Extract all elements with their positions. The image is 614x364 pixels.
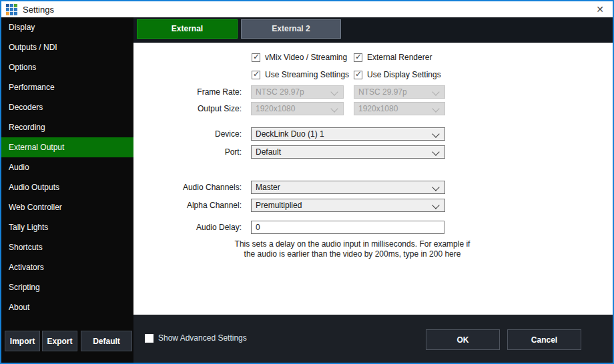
chevron-down-icon — [432, 105, 439, 112]
sidebar-item-decoders[interactable]: Decoders — [1, 97, 133, 117]
vmix-logo-icon — [6, 4, 17, 15]
frame-rate-value-2: NTSC 29.97p — [358, 87, 407, 97]
sidebar-item-tally-lights[interactable]: Tally Lights — [1, 217, 133, 237]
sidebar-item-activators[interactable]: Activators — [1, 257, 133, 277]
checkbox-external-renderer[interactable]: External Renderer — [354, 53, 432, 62]
port-label: Port: — [133, 145, 242, 159]
frame-rate-label: Frame Rate: — [133, 85, 242, 99]
audio-delay-label: Audio Delay: — [133, 221, 242, 234]
title-bar: Settings ✕ — [1, 1, 613, 17]
checkbox-use-display-settings[interactable]: Use Display Settings — [354, 70, 441, 79]
output-size-label: Output Size: — [133, 102, 242, 115]
device-value: DeckLink Duo (1) 1 — [256, 129, 324, 139]
sidebar-item-shortcuts[interactable]: Shortcuts — [1, 237, 133, 257]
sidebar-item-scripting[interactable]: Scripting — [1, 277, 133, 297]
sidebar-item-recording[interactable]: Recording — [1, 117, 133, 137]
checkbox-vmix-video-streaming[interactable]: vMix Video / Streaming — [252, 53, 347, 62]
chevron-down-icon — [432, 183, 439, 191]
device-label: Device: — [133, 127, 242, 141]
chevron-down-icon — [330, 105, 338, 112]
frame-rate-value-1: NTSC 29.97p — [256, 87, 304, 97]
checked-checkbox-icon — [354, 71, 362, 79]
sidebar-item-display[interactable]: Display — [1, 17, 133, 37]
checkbox-label: vMix Video / Streaming — [265, 53, 347, 62]
port-select[interactable]: Default — [251, 145, 445, 159]
chevron-down-icon — [432, 88, 439, 95]
ok-button[interactable]: OK — [426, 329, 500, 350]
frame-rate-select-1: NTSC 29.97p — [251, 85, 344, 99]
sidebar-item-performance[interactable]: Performance — [1, 77, 133, 97]
window-title: Settings — [23, 5, 54, 15]
import-button[interactable]: Import — [5, 331, 40, 351]
audio-channels-select[interactable]: Master — [251, 181, 445, 194]
tab-external-2[interactable]: External 2 — [241, 19, 341, 39]
audio-delay-help-text: This sets a delay on the audio input in … — [220, 239, 485, 259]
unchecked-checkbox-icon — [145, 334, 154, 343]
output-size-value-1: 1920x1080 — [256, 104, 295, 113]
sidebar-item-outputs-ndi[interactable]: Outputs / NDI — [1, 37, 133, 57]
checkbox-label: Use Streaming Settings — [265, 70, 349, 79]
checkbox-use-streaming-settings[interactable]: Use Streaming Settings — [252, 70, 349, 79]
output-size-select-1: 1920x1080 — [251, 102, 344, 115]
sidebar-item-audio[interactable]: Audio — [1, 157, 133, 177]
port-value: Default — [256, 147, 281, 157]
sidebar-item-web-controller[interactable]: Web Controller — [1, 197, 133, 217]
frame-rate-select-2: NTSC 29.97p — [354, 85, 445, 99]
cancel-button[interactable]: Cancel — [507, 329, 581, 350]
show-advanced-settings-checkbox[interactable]: Show Advanced Settings — [145, 333, 247, 343]
chevron-down-icon — [330, 88, 338, 95]
sidebar-item-external-output[interactable]: External Output — [1, 137, 133, 157]
output-size-value-2: 1920x1080 — [358, 104, 398, 113]
audio-channels-value: Master — [256, 183, 280, 192]
checkbox-label: External Renderer — [367, 53, 432, 62]
show-advanced-settings-label: Show Advanced Settings — [158, 333, 247, 343]
device-select[interactable]: DeckLink Duo (1) 1 — [251, 127, 445, 141]
tab-bar: External External 2 — [133, 17, 613, 43]
alpha-channel-label: Alpha Channel: — [133, 199, 242, 212]
external-output-panel: vMix Video / Streaming External Renderer… — [133, 43, 613, 315]
checked-checkbox-icon — [354, 53, 362, 62]
export-button[interactable]: Export — [42, 331, 77, 351]
chevron-down-icon — [432, 130, 439, 137]
sidebar: Display Outputs / NDI Options Performanc… — [1, 17, 133, 363]
alpha-channel-value: Premultiplied — [256, 201, 302, 210]
sidebar-item-about[interactable]: About — [1, 297, 133, 317]
sidebar-item-audio-outputs[interactable]: Audio Outputs — [1, 177, 133, 197]
default-button[interactable]: Default — [81, 331, 132, 351]
audio-delay-input[interactable] — [251, 221, 444, 234]
sidebar-item-options[interactable]: Options — [1, 57, 133, 77]
footer-bar: Show Advanced Settings OK Cancel — [133, 315, 613, 363]
close-icon[interactable]: ✕ — [596, 3, 604, 15]
audio-channels-label: Audio Channels: — [133, 181, 242, 194]
settings-window: Settings ✕ Display Outputs / NDI Options… — [0, 0, 614, 364]
checkbox-label: Use Display Settings — [367, 70, 441, 79]
checked-checkbox-icon — [252, 71, 260, 79]
chevron-down-icon — [432, 148, 439, 155]
tab-external[interactable]: External — [137, 19, 238, 39]
chevron-down-icon — [432, 201, 439, 209]
alpha-channel-select[interactable]: Premultiplied — [251, 199, 445, 212]
checked-checkbox-icon — [252, 53, 260, 62]
output-size-select-2: 1920x1080 — [354, 102, 445, 115]
